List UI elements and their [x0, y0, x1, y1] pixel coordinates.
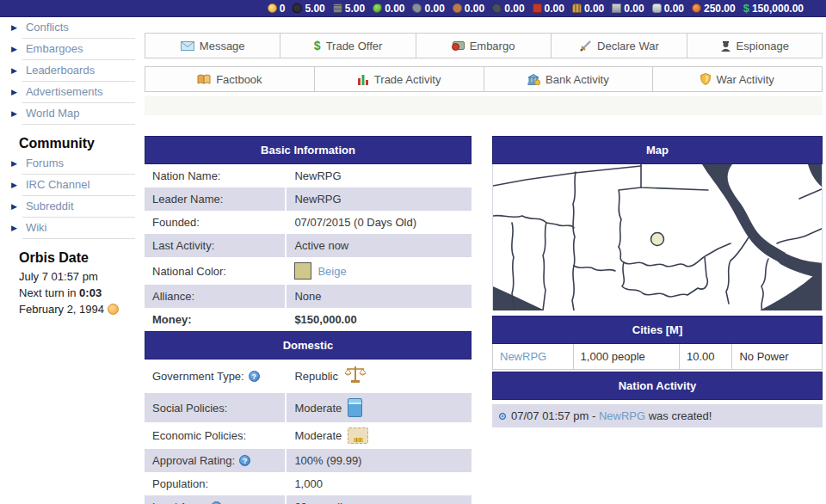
- trade-activity-button[interactable]: Trade Activity: [314, 66, 484, 92]
- population-value: 1,000: [285, 472, 472, 495]
- economic-policies-value: Moderate: [285, 422, 472, 449]
- row-label: Government Type:?: [145, 360, 285, 393]
- row-label: Approval Rating:?: [145, 449, 285, 472]
- city-link[interactable]: NewRPG: [500, 350, 546, 363]
- factbook-button[interactable]: Factbook: [145, 66, 315, 92]
- credits-icon: [268, 3, 277, 13]
- land-area-row: Land Area:? 20 sq. miles: [145, 495, 472, 504]
- resource-bauxite: 0.00: [453, 3, 484, 15]
- city-power-cell: No Power: [732, 344, 822, 369]
- resource-credits: 0: [268, 3, 286, 15]
- row-label: National Color:: [145, 257, 285, 285]
- resource-money: $150,000.00: [743, 3, 804, 15]
- lead-value: 0.00: [504, 3, 524, 15]
- arrow-right-icon: ▶: [11, 202, 17, 211]
- button-label: Trade Offer: [326, 40, 383, 52]
- row-label: Last Activity:: [145, 234, 285, 257]
- message-button[interactable]: Message: [145, 33, 280, 58]
- embargo-button[interactable]: Embargo: [416, 33, 552, 58]
- nation-location-marker: [651, 233, 664, 246]
- arrow-right-icon: ▶: [11, 66, 17, 75]
- map-canvas[interactable]: [492, 164, 823, 310]
- map-header: Map: [492, 136, 823, 164]
- sidebar-item-forums[interactable]: ▶Forums: [0, 153, 143, 169]
- national-color-value: Beige: [285, 257, 472, 285]
- social-policies-value: Moderate: [285, 393, 472, 422]
- uranium-value: 0.00: [385, 3, 404, 15]
- nation-name-value: NewRPG: [285, 164, 472, 187]
- sidebar-item-label: Leaderboards: [26, 64, 95, 77]
- empty-strip: [145, 96, 823, 115]
- war-activity-icon: [700, 73, 711, 85]
- trade-offer-icon: $: [314, 40, 321, 52]
- sidebar-item-world-map[interactable]: ▶World Map: [0, 103, 143, 120]
- bauxite-icon: [453, 3, 462, 13]
- domestic-header: Domestic: [145, 331, 472, 360]
- oil-value: 5.00: [345, 3, 365, 15]
- leader-name-value: NewRPG: [285, 187, 472, 211]
- steel-icon: [612, 3, 621, 13]
- sidebar-item-leaderboards[interactable]: ▶Leaderboards: [0, 60, 143, 77]
- food-icon: [692, 3, 701, 13]
- land-area-value: 20 sq. miles: [285, 495, 472, 504]
- sidebar: ▶Conflicts ▶Embargoes ▶Leaderboards ▶Adv…: [0, 17, 143, 317]
- arrow-right-icon: ▶: [11, 181, 17, 189]
- row-label: Alliance:: [145, 285, 285, 308]
- coal-value: 5.00: [305, 3, 324, 15]
- sidebar-item-advertisements[interactable]: ▶Advertisements: [0, 82, 143, 98]
- espionage-button[interactable]: Espionage: [687, 33, 823, 58]
- national-color-link[interactable]: Beige: [317, 265, 346, 278]
- activity-entry: 07/07 01:57 pm - NewRPG was created!: [492, 404, 823, 427]
- oil-icon: [333, 3, 342, 13]
- dollar-icon: $: [743, 3, 749, 13]
- arrow-right-icon: ▶: [11, 23, 17, 32]
- nation-action-buttons: Message $ Trade Offer Embargo Declare Wa…: [145, 33, 823, 58]
- row-label: Founded:: [145, 211, 285, 234]
- arrow-right-icon: ▶: [11, 88, 17, 96]
- aluminum-icon: [652, 3, 662, 13]
- sidebar-item-embargoes[interactable]: ▶Embargoes: [0, 39, 143, 55]
- divider: [22, 238, 135, 239]
- trade-activity-icon: [357, 74, 369, 85]
- sidebar-item-irc-channel[interactable]: ▶IRC Channel: [0, 175, 143, 191]
- gasoline-value: 0.00: [545, 3, 564, 15]
- sidebar-item-wiki[interactable]: ▶Wiki: [0, 218, 143, 234]
- cities-header: Cities [M]: [492, 316, 823, 344]
- sidebar-item-conflicts[interactable]: ▶Conflicts: [0, 17, 143, 34]
- steel-value: 0.00: [624, 3, 644, 15]
- founded-value: 07/07/2015 (0 Days Old): [285, 211, 472, 234]
- factbook-icon: [197, 74, 211, 84]
- arrow-right-icon: ▶: [11, 159, 17, 168]
- sidebar-item-subreddit[interactable]: ▶Subreddit: [0, 196, 143, 212]
- activity-nation-link[interactable]: NewRPG: [599, 409, 645, 422]
- blue-book-icon: [348, 398, 362, 417]
- national-color-row: National Color: Beige: [145, 257, 472, 285]
- resource-iron: 0.00: [412, 3, 444, 15]
- help-icon[interactable]: ?: [239, 455, 250, 466]
- button-label: Message: [200, 40, 245, 52]
- alliance-row: Alliance: None: [145, 285, 472, 308]
- button-label: Bank Activity: [546, 73, 609, 86]
- nation-activity-buttons: Factbook Trade Activity Bank Activity Wa…: [145, 66, 823, 92]
- gasoline-icon: [533, 3, 542, 13]
- money-value: 150,000.00: [752, 3, 804, 15]
- coal-icon: [293, 3, 302, 13]
- color-swatch: [294, 262, 311, 280]
- money-pouch-icon: [348, 427, 368, 444]
- row-label: Economic Policies:: [145, 422, 285, 449]
- sidebar-item-label: IRC Channel: [26, 178, 89, 191]
- founded-row: Founded: 07/07/2015 (0 Days Old): [145, 211, 472, 234]
- trade-offer-button[interactable]: $ Trade Offer: [280, 33, 416, 58]
- bauxite-value: 0.00: [465, 3, 484, 15]
- resource-oil: 5.00: [333, 3, 365, 15]
- bank-activity-icon: [527, 74, 540, 85]
- war-activity-button[interactable]: War Activity: [652, 66, 823, 92]
- orbis-calendar-date: February 2, 1994: [19, 301, 143, 317]
- orbis-next-turn: Next turn in 0:03: [19, 285, 143, 301]
- sidebar-item-label: Embargoes: [26, 42, 83, 55]
- help-icon[interactable]: ?: [249, 371, 260, 382]
- declare-war-button[interactable]: Declare War: [551, 33, 687, 58]
- approval-rating-value: 100% (99.99): [285, 449, 472, 472]
- bank-activity-button[interactable]: Bank Activity: [484, 66, 654, 92]
- embargo-icon: [453, 41, 465, 50]
